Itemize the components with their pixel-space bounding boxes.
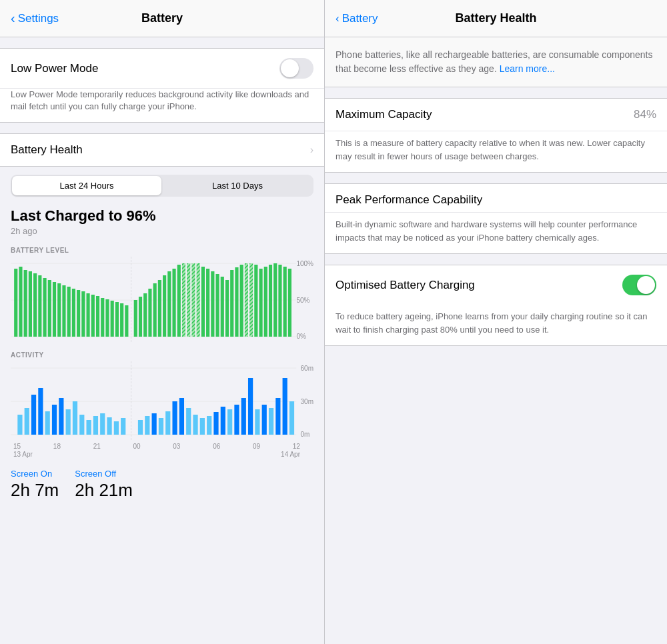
x-label-15: 15 bbox=[13, 443, 21, 450]
svg-rect-31 bbox=[148, 289, 151, 337]
svg-rect-96 bbox=[227, 409, 232, 435]
last-charged-title: Last Charged to 96% bbox=[11, 207, 313, 225]
low-power-description: Low Power Mode temporarily reduces backg… bbox=[0, 88, 324, 122]
svg-rect-105 bbox=[289, 401, 294, 435]
svg-rect-21 bbox=[96, 296, 99, 337]
svg-rect-98 bbox=[241, 398, 246, 435]
svg-rect-34 bbox=[163, 275, 166, 337]
svg-rect-100 bbox=[255, 409, 259, 435]
svg-rect-5 bbox=[19, 267, 22, 337]
max-capacity-value: 84% bbox=[634, 108, 656, 121]
divider3 bbox=[325, 254, 667, 265]
svg-rect-71 bbox=[45, 411, 50, 435]
max-capacity-description: This is a measure of battery capacity re… bbox=[325, 131, 667, 172]
screen-on-value: 2h 7m bbox=[11, 480, 59, 500]
svg-rect-101 bbox=[262, 405, 267, 435]
svg-rect-43 bbox=[206, 269, 209, 337]
svg-rect-77 bbox=[87, 420, 91, 435]
back-label: Settings bbox=[18, 12, 59, 25]
svg-rect-10 bbox=[43, 278, 46, 337]
svg-rect-57 bbox=[273, 263, 277, 337]
activity-label: ACTIVITY bbox=[11, 351, 313, 359]
settings-back-button[interactable]: ‹ Settings bbox=[11, 11, 59, 26]
low-power-label: Low Power Mode bbox=[11, 62, 98, 75]
peak-performance-description: Built-in dynamic software and hardware s… bbox=[325, 213, 667, 253]
svg-rect-47 bbox=[225, 280, 229, 337]
svg-rect-52 bbox=[249, 263, 253, 337]
y-label-0: 0% bbox=[296, 333, 313, 340]
svg-rect-24 bbox=[111, 301, 114, 337]
svg-rect-85 bbox=[152, 413, 157, 435]
battery-level-label: BATTERY LEVEL bbox=[11, 247, 313, 254]
activity-y-label-30: 30m bbox=[301, 398, 313, 405]
svg-rect-11 bbox=[48, 280, 51, 337]
svg-rect-70 bbox=[38, 388, 43, 435]
svg-rect-67 bbox=[17, 415, 22, 435]
optimised-charging-toggle[interactable] bbox=[622, 275, 656, 295]
max-capacity-label: Maximum Capacity bbox=[336, 108, 432, 121]
screen-off-label: Screen Off bbox=[75, 469, 133, 479]
screen-on-label: Screen On bbox=[11, 469, 59, 479]
divider1 bbox=[325, 87, 667, 98]
svg-rect-69 bbox=[31, 395, 36, 435]
low-power-row: Low Power Mode bbox=[0, 49, 324, 88]
screen-off-value: 2h 21m bbox=[75, 480, 133, 500]
activity-chart: 60m 30m 0m bbox=[11, 361, 313, 441]
max-capacity-row: Maximum Capacity 84% bbox=[325, 99, 667, 131]
last-charged-subtitle: 2h ago bbox=[11, 226, 313, 236]
battery-health-title: Battery Health bbox=[455, 11, 536, 25]
x-labels-row: 15 18 21 00 03 06 09 12 bbox=[11, 441, 313, 450]
svg-rect-53 bbox=[254, 265, 257, 337]
battery-level-chart: 100% 50% 0% bbox=[11, 257, 313, 343]
svg-rect-14 bbox=[62, 285, 65, 337]
date-label-14apr: 14 Apr bbox=[281, 451, 300, 458]
date-labels-row: 13 Apr 14 Apr bbox=[11, 450, 313, 458]
svg-rect-27 bbox=[125, 305, 128, 337]
svg-rect-23 bbox=[105, 299, 109, 337]
svg-rect-39 bbox=[187, 263, 190, 337]
svg-rect-25 bbox=[115, 302, 119, 337]
left-nav-bar: ‹ Settings Battery bbox=[0, 0, 324, 37]
svg-rect-73 bbox=[59, 398, 63, 435]
svg-rect-45 bbox=[215, 274, 219, 337]
segment-10days-button[interactable]: Last 10 Days bbox=[163, 176, 312, 195]
svg-rect-72 bbox=[52, 405, 57, 435]
svg-rect-37 bbox=[177, 265, 181, 337]
peak-performance-section: Peak Performance Capability Built-in dyn… bbox=[325, 183, 667, 254]
svg-rect-19 bbox=[87, 293, 90, 337]
svg-rect-54 bbox=[259, 269, 262, 337]
svg-rect-4 bbox=[14, 269, 17, 337]
svg-rect-12 bbox=[53, 282, 56, 337]
svg-rect-97 bbox=[234, 405, 239, 435]
battery-health-row[interactable]: Battery Health › bbox=[0, 133, 324, 167]
svg-rect-91 bbox=[193, 415, 197, 435]
svg-rect-17 bbox=[77, 290, 80, 337]
svg-rect-103 bbox=[275, 398, 280, 435]
svg-rect-90 bbox=[186, 408, 191, 435]
x-label-06: 06 bbox=[213, 443, 220, 450]
x-label-21: 21 bbox=[93, 443, 101, 450]
screen-stats: Screen On 2h 7m Screen Off 2h 21m bbox=[0, 458, 324, 501]
learn-more-link[interactable]: Learn more... bbox=[500, 63, 555, 74]
svg-rect-89 bbox=[179, 398, 184, 435]
battery-back-button[interactable]: ‹ Battery bbox=[336, 12, 378, 25]
svg-rect-58 bbox=[278, 265, 281, 337]
svg-rect-29 bbox=[139, 297, 142, 337]
segment-24h-button[interactable]: Last 24 Hours bbox=[12, 176, 161, 195]
battery-health-label: Battery Health bbox=[11, 143, 83, 157]
svg-rect-46 bbox=[221, 277, 224, 337]
svg-rect-93 bbox=[207, 416, 211, 435]
battery-info-text: Phone batteries, like all rechargeable b… bbox=[336, 48, 656, 76]
svg-rect-44 bbox=[211, 271, 214, 337]
svg-rect-30 bbox=[143, 293, 147, 337]
svg-rect-87 bbox=[165, 411, 170, 435]
low-power-toggle[interactable] bbox=[279, 58, 313, 79]
svg-rect-36 bbox=[172, 269, 175, 337]
info-text-content: Phone batteries, like all rechargeable b… bbox=[336, 49, 653, 74]
svg-rect-60 bbox=[288, 269, 291, 337]
battery-title: Battery bbox=[141, 11, 183, 25]
svg-rect-41 bbox=[197, 263, 200, 337]
svg-rect-26 bbox=[120, 303, 123, 337]
activity-y-label-60: 60m bbox=[301, 365, 313, 372]
svg-rect-84 bbox=[145, 416, 149, 435]
